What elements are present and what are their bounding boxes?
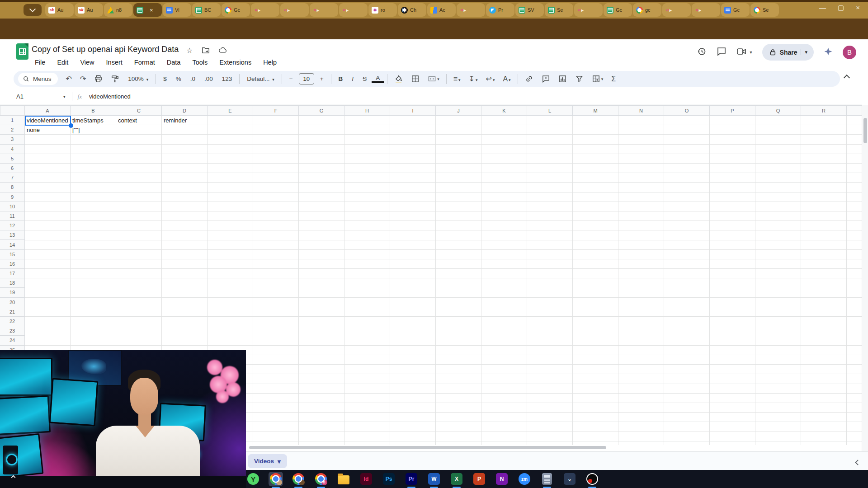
browser-tab[interactable]: « [251, 3, 279, 17]
taskbar-calculator[interactable] [540, 472, 554, 486]
tab-overflow-button[interactable] [24, 4, 42, 16]
increase-font-size-icon[interactable]: + [316, 75, 328, 82]
column-header-Q[interactable]: Q [755, 106, 801, 115]
row-header-23[interactable]: 23 [0, 326, 25, 336]
gemini-icon[interactable] [824, 47, 833, 58]
undo-icon[interactable]: ↶ [62, 75, 75, 83]
browser-tab[interactable]: ◤Pr [486, 3, 514, 17]
menu-edit[interactable]: Edit [53, 57, 72, 67]
cell-value[interactable]: none [25, 125, 71, 135]
document-title[interactable]: Copy of Set up openai api Keyword Data [32, 45, 179, 54]
row-header-9[interactable]: 9 [0, 192, 25, 202]
borders-icon[interactable] [407, 75, 423, 83]
increase-decimals-icon[interactable]: .00 [200, 75, 217, 82]
sheetbar-collapse-icon[interactable] [856, 458, 860, 466]
row-header-11[interactable]: 11 [0, 211, 25, 221]
cell-value[interactable]: timeStamps [71, 116, 116, 125]
column-header-O[interactable]: O [664, 106, 710, 115]
menu-help[interactable]: Help [259, 57, 281, 67]
version-history-icon[interactable] [697, 47, 707, 58]
menu-tools[interactable]: Tools [188, 57, 212, 67]
strikethrough-icon[interactable]: S [359, 75, 371, 82]
menu-format[interactable]: Format [130, 57, 159, 67]
selected-cell-outline[interactable] [25, 116, 71, 126]
column-header-G[interactable]: G [299, 106, 344, 115]
browser-tab[interactable]: skAu [75, 3, 103, 17]
menu-data[interactable]: Data [163, 57, 185, 67]
browser-tab[interactable]: « [692, 3, 720, 17]
browser-tab[interactable]: « [457, 3, 485, 17]
print-icon[interactable] [90, 75, 106, 83]
browser-tab[interactable]: « [662, 3, 691, 17]
more-formats-icon[interactable]: 123 [218, 75, 236, 82]
browser-tab[interactable]: Gc [721, 3, 750, 17]
menu-insert[interactable]: Insert [102, 57, 127, 67]
column-header-I[interactable]: I [390, 106, 436, 115]
column-header-K[interactable]: K [481, 106, 527, 115]
share-button[interactable]: Share ▾ [762, 44, 814, 61]
font-size-input[interactable]: 10 [299, 73, 314, 84]
horizontal-align-icon[interactable]: ≡▾ [450, 75, 464, 83]
toolbar-collapse-button[interactable] [844, 74, 849, 82]
decrease-font-size-icon[interactable]: − [285, 75, 297, 82]
browser-tab[interactable]: « [574, 3, 603, 17]
row-header-17[interactable]: 17 [0, 269, 25, 278]
browser-tab[interactable]: Se [545, 3, 573, 17]
select-all-corner[interactable] [0, 105, 25, 116]
cloud-status-icon[interactable] [219, 46, 227, 56]
create-filter-icon[interactable] [571, 75, 587, 83]
formula-input[interactable]: videoMentioned [89, 93, 131, 100]
horizontal-scrollbar-thumb[interactable] [249, 446, 606, 449]
zoom-select[interactable]: 100% ▾ [124, 75, 152, 82]
browser-tab[interactable]: Gc [222, 3, 250, 17]
row-header-22[interactable]: 22 [0, 317, 25, 326]
browser-tab[interactable]: Se [750, 3, 779, 17]
bold-icon[interactable]: B [335, 75, 347, 82]
menu-file[interactable]: File [31, 57, 49, 67]
column-header-P[interactable]: P [710, 106, 755, 115]
toolbar-search[interactable]: Menus [18, 73, 58, 85]
row-header-13[interactable]: 13 [0, 230, 25, 240]
row-header-12[interactable]: 12 [0, 221, 25, 230]
row-header-5[interactable]: 5 [0, 154, 25, 164]
browser-tab[interactable]: BC [192, 3, 221, 17]
sheets-logo-icon[interactable] [16, 43, 28, 60]
browser-tab[interactable]: « [280, 3, 309, 17]
taskbar-v-app[interactable]: ⌄ [562, 472, 577, 486]
row-header-3[interactable]: 3 [0, 135, 25, 144]
column-header-R[interactable]: R [801, 106, 847, 115]
row-header-24[interactable]: 24 [0, 336, 25, 345]
column-header-E[interactable]: E [208, 106, 253, 115]
insert-link-icon[interactable] [521, 75, 537, 83]
taskbar-indesign[interactable]: Id [359, 472, 373, 486]
sheet-tab-videos[interactable]: Videos ▾ [248, 454, 287, 468]
minimize-button[interactable]: — [819, 4, 826, 12]
currency-format-icon[interactable]: $ [159, 75, 171, 82]
row-header-20[interactable]: 20 [0, 298, 25, 307]
text-color-icon[interactable]: A [372, 75, 384, 83]
font-select[interactable]: Defaul... ▾ [243, 75, 278, 82]
row-header-6[interactable]: 6 [0, 164, 25, 173]
row-header-2[interactable]: 2 [0, 125, 25, 135]
browser-tab[interactable]: skAu [45, 3, 74, 17]
taskbar-chrome-profile-2[interactable] [291, 472, 306, 486]
sheet-tab-caret-icon[interactable]: ▾ [278, 458, 281, 465]
column-header-C[interactable]: C [116, 106, 162, 115]
row-header-21[interactable]: 21 [0, 307, 25, 317]
taskbar-file-explorer[interactable] [336, 472, 351, 486]
column-header-B[interactable]: B [71, 106, 116, 115]
column-header-M[interactable]: M [573, 106, 618, 115]
cell-value[interactable]: context [116, 116, 162, 125]
vertical-scrollbar[interactable] [862, 105, 868, 488]
browser-tab[interactable]: Vi [163, 3, 191, 17]
tray-chevron-icon[interactable] [12, 473, 15, 481]
insert-chart-icon[interactable] [555, 75, 571, 83]
taskbar-premiere[interactable]: Pr [404, 472, 419, 486]
taskbar-chrome-profile-1[interactable] [269, 472, 283, 486]
column-header-A[interactable]: A [25, 106, 71, 115]
join-call-caret-icon[interactable]: ▾ [750, 50, 752, 55]
taskbar-launcher-green-app[interactable]: Y [246, 472, 260, 486]
comment-history-icon[interactable] [717, 47, 726, 58]
italic-icon[interactable]: I [348, 75, 358, 82]
browser-tab[interactable]: Gc [604, 3, 632, 17]
